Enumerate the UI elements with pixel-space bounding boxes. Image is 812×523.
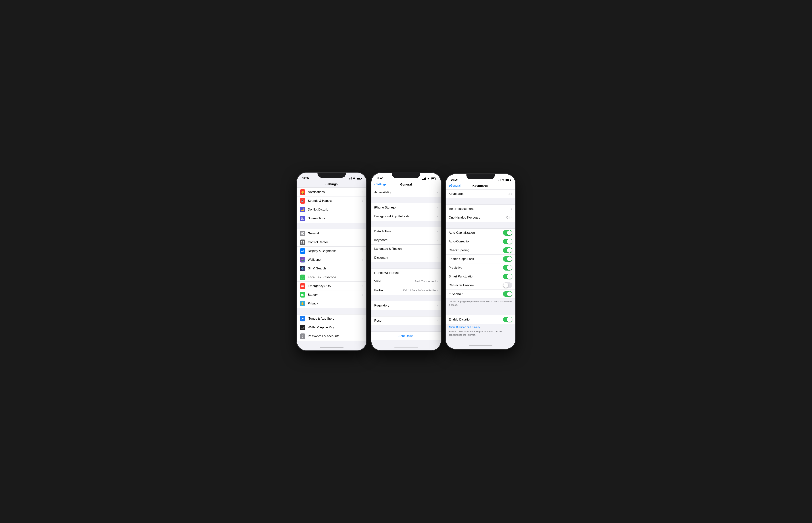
row-notifications[interactable]: 🔔 Notifications › [297,188,366,197]
general-screen: Accessibility › iPhone Storage › Backgro… [371,188,441,344]
settings-title: Settings [325,182,338,186]
row-donotdisturb[interactable]: 🌙 Do Not Disturb › [297,205,366,214]
row-controlcenter[interactable]: Control Center › [297,238,366,247]
row-keyboards-count[interactable]: Keyboards 2 › [446,190,515,198]
dictation-privacy-link[interactable]: About Dictation and Privacy… [449,325,512,329]
shortcut-note: Double tapping the space bar will insert… [446,299,515,309]
row-auto-cap[interactable]: Auto-Capitalization [446,229,515,237]
row-background-refresh[interactable]: Background App Refresh › [371,212,441,221]
row-text-replacement[interactable]: Text Replacement › [446,204,515,213]
notch-3 [466,174,495,179]
row-language-region[interactable]: Language & Region › [371,245,441,253]
row-general[interactable]: General › [297,229,366,238]
row-itunes-sync[interactable]: iTunes Wi-Fi Sync › [371,269,441,277]
settings-screen: 🔔 Notifications › 🔊 Sounds & Haptics › 🌙… [297,188,366,344]
row-display[interactable]: AA Display & Brightness › [297,247,366,255]
row-sos[interactable]: SOS Emergency SOS › [297,282,366,290]
row-auto-correction[interactable]: Auto-Correction [446,237,515,246]
row-profile[interactable]: Profile iOS 12 Beta Software Profile › [371,286,441,295]
dictation-note: About Dictation and Privacy… You can use… [446,324,515,339]
row-privacy[interactable]: ✋ Privacy › [297,299,366,308]
svg-point-5 [301,233,301,234]
toggle-char-preview[interactable] [503,283,512,288]
settings-group-1: 🔔 Notifications › 🔊 Sounds & Haptics › 🌙… [297,188,366,223]
general-group-reset: Reset › [371,316,441,325]
row-regulatory[interactable]: Regulatory › [371,301,441,310]
row-shortcut[interactable]: "" Shortcut [446,290,515,299]
keyboards-group-2: Text Replacement › One Handed Keyboard O… [446,204,515,222]
faceid-icon [300,274,305,280]
sounds-icon: 🔊 [300,198,305,203]
siri-label: Siri & Search [308,267,363,270]
home-indicator-2 [371,344,441,350]
donotdisturb-label: Do Not Disturb [308,208,363,212]
wallet-icon [300,325,305,330]
status-icons-3 [497,179,510,181]
general-sep-2 [371,221,441,227]
privacy-icon: ✋ [300,301,305,306]
dictation-desc: You can use Dictation for English when y… [449,330,512,337]
toggle-enable-caps[interactable] [503,256,512,262]
svg-rect-23 [303,327,304,328]
phone-keyboards: 16:06 ‹ General Keyboards Keyboards [446,174,515,348]
shutdown-button[interactable]: Shut Down [371,331,441,340]
row-reset[interactable]: Reset › [371,316,441,325]
row-wallpaper[interactable]: Wallpaper › [297,255,366,264]
battery-icon-2 [431,178,436,180]
row-check-spelling[interactable]: Check Spelling [446,246,515,255]
row-char-preview[interactable]: Character Preview [446,281,515,290]
svg-rect-26 [302,337,303,338]
notifications-label: Notifications [308,190,363,194]
row-enable-caps[interactable]: Enable Caps Lock [446,255,515,264]
row-enable-dictation[interactable]: Enable Dictation [446,315,515,324]
svg-point-11 [301,259,302,260]
row-smart-punctuation[interactable]: Smart Punctuation [446,272,515,281]
row-sounds[interactable]: 🔊 Sounds & Haptics › [297,197,366,205]
row-faceid[interactable]: Face ID & Passcode › [297,273,366,282]
general-label: General [308,232,363,235]
status-time-1: 16:05 [302,176,309,180]
toggle-shortcut[interactable] [503,291,512,297]
toggle-predictive[interactable] [503,265,512,271]
row-battery[interactable]: Battery › [297,290,366,299]
row-siri[interactable]: Siri & Search › [297,264,366,273]
row-iphone-storage[interactable]: iPhone Storage › [371,203,441,212]
home-indicator-1 [297,344,366,350]
toggle-enable-dictation[interactable] [503,317,512,322]
general-back-label: Settings [376,183,386,186]
row-itunes[interactable]: iTunes & App Store › [297,314,366,323]
row-date-time[interactable]: Date & Time › [371,227,441,236]
toggle-auto-correction[interactable] [503,239,512,244]
keyboards-sep-2 [446,222,515,229]
row-dictionary[interactable]: Dictionary › [371,253,441,262]
battery-icon-1 [357,177,361,180]
general-group-datetime: Date & Time › Keyboard › Language & Regi… [371,227,441,262]
row-vpn[interactable]: VPN Not Connected › [371,277,441,286]
toggle-check-spelling[interactable] [503,247,512,253]
toggle-smart-punctuation[interactable] [503,274,512,279]
svg-rect-22 [301,327,304,327]
row-keyboard[interactable]: Keyboard › [371,236,441,245]
general-back-button[interactable]: ‹ Settings [374,183,386,186]
passwords-icon [300,333,305,339]
row-screentime[interactable]: Screen Time › [297,214,366,223]
row-passwords[interactable]: Passwords & Accounts › [297,332,366,341]
wallpaper-icon [300,257,305,263]
keyboards-back-label: General [450,184,461,187]
row-accessibility[interactable]: Accessibility › [371,188,441,197]
general-group-storage: iPhone Storage › Background App Refresh … [371,203,441,221]
phone-settings: 16:05 Settings 🔔 Notifications [297,173,366,350]
row-one-handed[interactable]: One Handed Keyboard Off › [446,213,515,222]
notch-2 [392,173,420,178]
keyboards-sep-1 [446,198,515,204]
row-wallet[interactable]: Wallet & Apple Pay › [297,323,366,332]
general-group-sync: iTunes Wi-Fi Sync › VPN Not Connected › … [371,269,441,295]
row-predictive[interactable]: Predictive [446,264,515,272]
sounds-label: Sounds & Haptics [308,199,363,203]
passwords-label: Passwords & Accounts [308,335,363,338]
wallpaper-label: Wallpaper [308,258,363,262]
keyboards-back-button[interactable]: ‹ General [449,184,461,187]
home-bar-1 [320,347,343,348]
separator-1 [297,223,366,229]
toggle-auto-cap[interactable] [503,230,512,236]
